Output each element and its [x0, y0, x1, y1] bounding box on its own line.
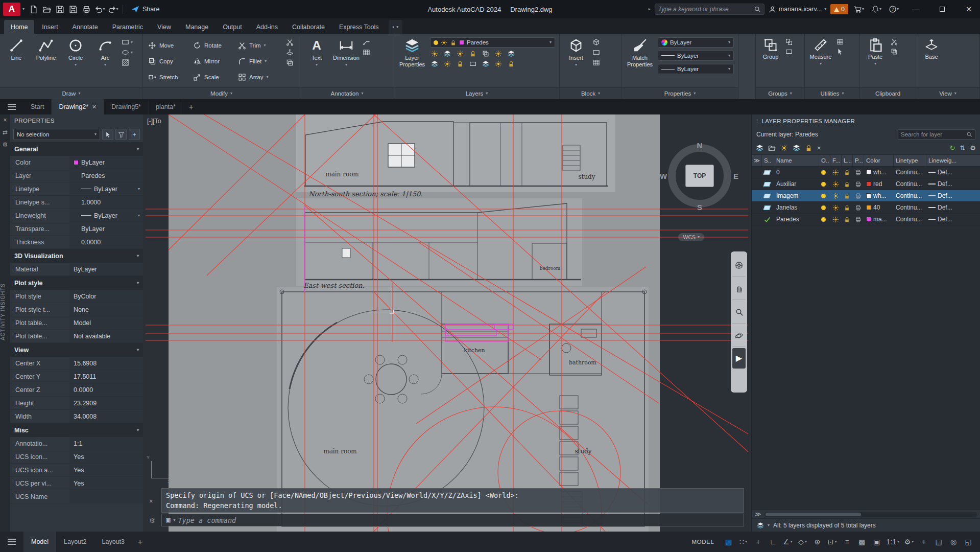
- array-icon[interactable]: Array ▾: [235, 73, 284, 81]
- property-row[interactable]: Linetype s... 1.0000▾: [10, 196, 143, 209]
- ribbon-tab[interactable]: Add-ins: [250, 20, 284, 34]
- show-motion-icon[interactable]: ▶: [732, 348, 746, 369]
- create-block-icon[interactable]: [592, 38, 600, 46]
- settings-gear-icon[interactable]: ⚙: [970, 144, 976, 152]
- on-bulb-icon[interactable]: [821, 194, 826, 198]
- fillet-icon[interactable]: Fillet ▾: [235, 57, 284, 65]
- layer-states-icon[interactable]: [780, 144, 788, 152]
- paste-button[interactable]: Paste▾: [862, 36, 889, 66]
- share-button[interactable]: Share: [131, 5, 159, 13]
- match-properties-button[interactable]: Match Properties: [624, 36, 656, 67]
- circle-icon[interactable]: Circle ▾: [61, 36, 90, 67]
- property-row[interactable]: Annotatio...1:1: [10, 437, 143, 450]
- compass-east[interactable]: E: [733, 172, 738, 180]
- layer-search-box[interactable]: [898, 129, 975, 140]
- new-layout-button[interactable]: ＋: [132, 537, 148, 547]
- property-row[interactable]: Transpare... ByLayer▾: [10, 222, 143, 236]
- save-icon[interactable]: [53, 3, 66, 16]
- define-attributes-icon[interactable]: [592, 59, 600, 66]
- text-button[interactable]: Text▾: [302, 36, 331, 67]
- wcs-indicator[interactable]: WCS▾: [678, 233, 704, 241]
- model-space-label[interactable]: MODEL: [692, 539, 714, 545]
- isolate-objects-icon[interactable]: ◎ ▾: [947, 535, 960, 548]
- file-tab[interactable]: planta* ✕: [149, 99, 183, 114]
- freeze-sun-icon[interactable]: [832, 204, 839, 211]
- new-drawing-icon[interactable]: [27, 3, 40, 16]
- layout-tab[interactable]: Layout3: [94, 532, 132, 552]
- property-row[interactable]: Color ByLayer▾: [10, 156, 143, 169]
- property-row[interactable]: Thickness 0.0000▾: [10, 236, 143, 249]
- explode-icon[interactable]: [286, 49, 294, 56]
- command-line-window[interactable]: Specify origin of UCS or [Face/NAmed/OBj…: [161, 488, 744, 527]
- rectangle-tool-icon[interactable]: ▾: [122, 38, 133, 46]
- maximize-button[interactable]: [931, 0, 953, 18]
- close-tab-icon[interactable]: ✕: [92, 104, 97, 110]
- property-row[interactable]: Linetype ByLayer▾: [10, 182, 143, 196]
- plot-icon[interactable]: [80, 3, 93, 16]
- group-button[interactable]: Group: [758, 36, 783, 60]
- lock-icon[interactable]: [844, 169, 850, 176]
- property-row[interactable]: Layer Paredes▾: [10, 169, 143, 182]
- insert-button[interactable]: Insert▾: [562, 36, 590, 67]
- leader-icon[interactable]: [363, 38, 370, 46]
- copy-clip-icon[interactable]: [891, 48, 898, 55]
- layer-row[interactable]: Auxiliar red Continu... Def...: [752, 178, 980, 190]
- open-icon[interactable]: [40, 3, 53, 16]
- layer-tool-icon[interactable]: [481, 60, 490, 68]
- expand-columns-icon[interactable]: ≫: [752, 155, 762, 166]
- plot-icon[interactable]: [855, 193, 862, 199]
- layer-tool-icon[interactable]: [481, 50, 490, 58]
- layout-tab[interactable]: Layout2: [56, 532, 94, 552]
- dynamic-input-icon[interactable]: + ▾: [752, 535, 765, 548]
- menu-icon[interactable]: [0, 99, 23, 114]
- isometric-drafting-icon[interactable]: ◇ ▾: [796, 535, 809, 548]
- panel-label-block[interactable]: Block▾: [560, 87, 622, 99]
- layer-row[interactable]: Imagem wh... Continu... Def...: [752, 190, 980, 202]
- ribbon-tab[interactable]: Home: [4, 20, 34, 34]
- selection-dropdown[interactable]: No selection▾: [13, 129, 100, 140]
- lock-layer-icon[interactable]: [805, 144, 812, 152]
- ellipse-tool-icon[interactable]: ▾: [122, 49, 133, 56]
- file-tab[interactable]: Drawing2* ✕: [52, 99, 104, 114]
- ribbon-tab[interactable]: Insert: [35, 20, 64, 34]
- ribbon-tab[interactable]: Collaborate: [285, 20, 331, 34]
- layer-search-input[interactable]: [901, 131, 964, 137]
- property-row[interactable]: Plot styleByColor: [10, 290, 143, 303]
- redo-icon[interactable]: ▾: [106, 3, 119, 16]
- layer-row[interactable]: Janelas 40 Continu... Def...: [752, 202, 980, 214]
- command-prompt-icon[interactable]: ▣: [165, 517, 171, 523]
- layer-tool-icon[interactable]: [507, 50, 516, 58]
- layer-manager-title[interactable]: ⁞LAYER PROPERTIES MANAGER: [752, 114, 980, 128]
- viewcube[interactable]: N W E S TOP: [667, 143, 732, 209]
- autocad-logo[interactable]: A: [3, 3, 20, 16]
- orbit-icon[interactable]: [732, 325, 746, 347]
- layer-row[interactable]: Paredes ma... Continu... Def...: [752, 214, 980, 225]
- layer-tool-icon[interactable]: [507, 60, 516, 68]
- viewcube-top-face[interactable]: TOP: [685, 165, 714, 187]
- cut-icon[interactable]: [891, 38, 898, 45]
- layer-tool-icon[interactable]: [430, 50, 439, 58]
- palette-settings-icon[interactable]: ⚙: [3, 141, 8, 148]
- ucs-axes-icon[interactable]: YX: [151, 461, 169, 478]
- file-tab[interactable]: Drawing5* ✕: [104, 99, 149, 114]
- selection-cycling-icon[interactable]: ▣ ▾: [870, 535, 883, 548]
- new-group-filter-icon[interactable]: [768, 144, 776, 152]
- quick-select-icon[interactable]: [115, 129, 127, 140]
- layer-tool-icon[interactable]: [456, 50, 465, 58]
- annotation-monitor-icon[interactable]: + ▾: [917, 535, 930, 548]
- collapse-panel-icon[interactable]: ≫: [755, 511, 761, 518]
- section-3d-visualization[interactable]: 3D Visualization▾: [10, 249, 143, 263]
- layer-dropdown[interactable]: Paredes ▾: [430, 37, 555, 48]
- delete-layer-icon[interactable]: ×: [817, 144, 821, 152]
- lineweight-display-icon[interactable]: ≡ ▾: [841, 535, 854, 548]
- ribbon-tab[interactable]: Annotate: [66, 20, 105, 34]
- compass-north[interactable]: N: [697, 141, 703, 150]
- object-snap-tracking-icon[interactable]: ⊕ ▾: [811, 535, 824, 548]
- property-row[interactable]: Height23.2909: [10, 397, 143, 410]
- layout-menu-icon[interactable]: [0, 541, 23, 542]
- property-row[interactable]: Center Y17.5011: [10, 370, 143, 383]
- workspace-switching-icon[interactable]: ⚙ ▾: [902, 535, 916, 548]
- on-bulb-icon[interactable]: [821, 205, 826, 210]
- freeze-sun-icon[interactable]: [832, 169, 839, 176]
- freeze-sun-icon[interactable]: [832, 216, 839, 223]
